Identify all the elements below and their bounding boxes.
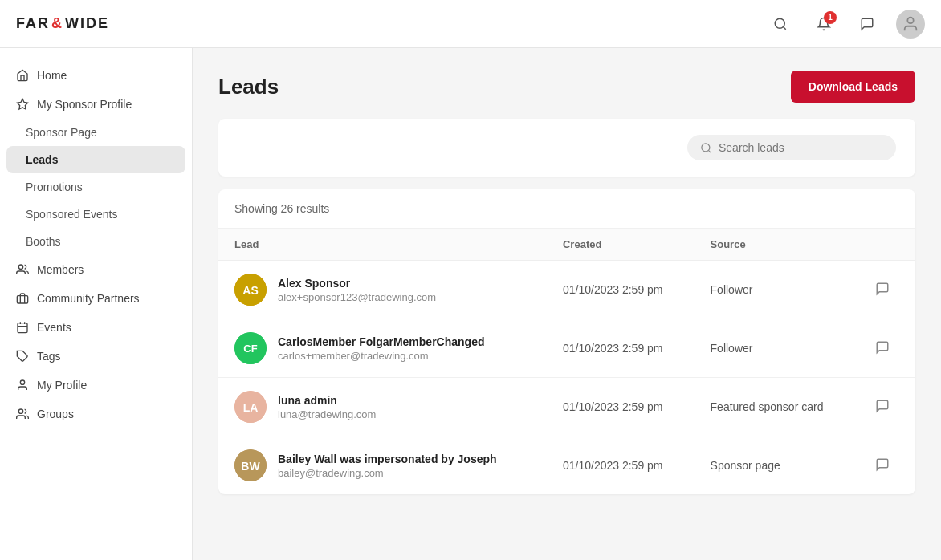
lead-created-3: 01/10/2023 2:59 pm [547,378,695,436]
lead-name-3: luna admin [278,394,376,407]
lead-info: AS Alex Sponsor alex+sponsor123@tradewin… [234,274,531,306]
col-header-actions [856,229,915,261]
user-avatar-button[interactable] [896,10,925,39]
sidebar-item-my-profile[interactable]: My Profile [0,371,192,400]
lead-created-2: 01/10/2023 2:59 pm [547,319,695,378]
svg-point-11 [20,380,24,384]
logo-text-1: FAR [16,15,50,32]
table-header-row: Lead Created Source [218,229,915,261]
chat-icon [860,17,874,31]
lead-chat-button-3[interactable] [872,396,893,419]
col-header-created: Created [547,229,695,261]
lead-cell-3: LA luna admin luna@tradewing.com [218,378,547,436]
sidebar-item-tags[interactable]: Tags [0,342,192,371]
sidebar-item-events[interactable]: Events [0,313,192,342]
svg-text:LA: LA [243,401,259,414]
calendar-icon [16,321,29,334]
lead-source-4: Sponsor page [695,436,857,495]
svg-point-13 [702,143,710,151]
leads-label: Leads [26,153,58,166]
leads-table: Lead Created Source AS Ale [218,229,915,494]
lead-chat-button-1[interactable] [872,278,893,302]
search-leads-icon [700,142,712,154]
star-icon [16,98,29,111]
svg-rect-5 [17,296,27,303]
sidebar-item-community-partners[interactable]: Community Partners [0,284,192,313]
nav-icons: 1 [766,10,925,39]
lead-avatar-1: AS [234,274,267,306]
chat-bubble-icon [875,282,890,296]
notification-badge: 1 [824,11,837,24]
lead-source-2: Follower [695,319,857,378]
lead-info: CF CarlosMember FolgarMemberChanged carl… [234,332,531,364]
col-header-lead: Lead [218,229,547,261]
lead-name-1: Alex Sponsor [278,277,436,290]
lead-email-1: alex+sponsor123@tradewing.com [278,291,436,303]
sidebar-members-label: Members [37,263,84,276]
sidebar-events-label: Events [37,321,71,334]
lead-details-2: CarlosMember FolgarMemberChanged carlos+… [278,335,485,362]
table-row: CF CarlosMember FolgarMemberChanged carl… [218,319,915,378]
search-input[interactable] [719,141,879,154]
col-header-source: Source [695,229,857,261]
lead-source-3: Featured sponsor card [695,378,857,436]
notification-button[interactable]: 1 [809,10,838,39]
sidebar: Home My Sponsor Profile Sponsor Page Lea… [0,48,193,560]
search-panel [218,119,915,177]
groups-icon [16,408,29,420]
app-container: FAR & WIDE 1 [0,0,941,560]
lead-created-4: 01/10/2023 2:59 pm [547,436,695,495]
lead-name-2: CarlosMember FolgarMemberChanged [278,335,485,348]
search-icon [773,17,788,31]
page-title: Leads [218,75,279,99]
home-icon [16,69,29,82]
lead-cell-1: AS Alex Sponsor alex+sponsor123@tradewin… [218,261,547,319]
sidebar-item-members[interactable]: Members [0,255,192,284]
top-nav: FAR & WIDE 1 [0,0,941,48]
tag-icon [16,350,29,363]
svg-line-14 [708,150,711,152]
sidebar-item-home[interactable]: Home [0,61,192,90]
svg-marker-3 [17,99,27,109]
sponsor-sub-menu: Sponsor Page Leads Promotions Sponsored … [0,119,192,255]
messages-button[interactable] [853,10,882,39]
lead-details-3: luna admin luna@tradewing.com [278,394,376,420]
svg-text:AS: AS [242,284,258,297]
user-icon [902,15,919,33]
table-row: AS Alex Sponsor alex+sponsor123@tradewin… [218,261,915,319]
sidebar-groups-label: Groups [37,408,74,420]
main-layout: Home My Sponsor Profile Sponsor Page Lea… [0,48,941,560]
sidebar-item-booths[interactable]: Booths [0,228,192,255]
lead-created-1: 01/10/2023 2:59 pm [547,261,695,319]
sidebar-item-sponsor-page[interactable]: Sponsor Page [0,119,192,146]
logo-text-2: WIDE [65,15,109,32]
search-button[interactable] [766,10,795,39]
svg-text:BW: BW [241,460,260,473]
promotions-label: Promotions [26,181,83,193]
sidebar-item-promotions[interactable]: Promotions [0,173,192,201]
search-input-wrap [687,135,896,160]
briefcase-icon [16,292,29,305]
sidebar-home-label: Home [37,69,67,82]
lead-chat-button-4[interactable] [872,454,893,477]
lead-chat-button-2[interactable] [872,337,893,360]
sidebar-item-groups[interactable]: Groups [0,400,192,428]
svg-point-2 [907,17,913,22]
svg-point-12 [18,409,22,413]
page-header: Leads Download Leads [218,71,915,103]
download-leads-button[interactable]: Download Leads [791,71,915,103]
lead-name-4: Bailey Wall was impersonated by Joseph [278,452,497,465]
lead-avatar-3: LA [234,391,267,423]
sidebar-item-leads[interactable]: Leads [6,146,185,173]
table-row: BW Bailey Wall was impersonated by Josep… [218,436,915,495]
logo-ampersand: & [51,15,63,32]
sidebar-community-partners-label: Community Partners [37,292,140,305]
lead-details-4: Bailey Wall was impersonated by Joseph b… [278,452,497,479]
booths-label: Booths [26,235,61,248]
lead-actions-2 [856,319,915,378]
lead-email-2: carlos+member@tradewing.com [278,350,485,362]
lead-actions-4 [856,436,915,495]
chat-bubble-icon [875,457,890,472]
sidebar-item-sponsored-events[interactable]: Sponsored Events [0,201,192,228]
sidebar-item-sponsor-profile[interactable]: My Sponsor Profile [0,90,192,119]
